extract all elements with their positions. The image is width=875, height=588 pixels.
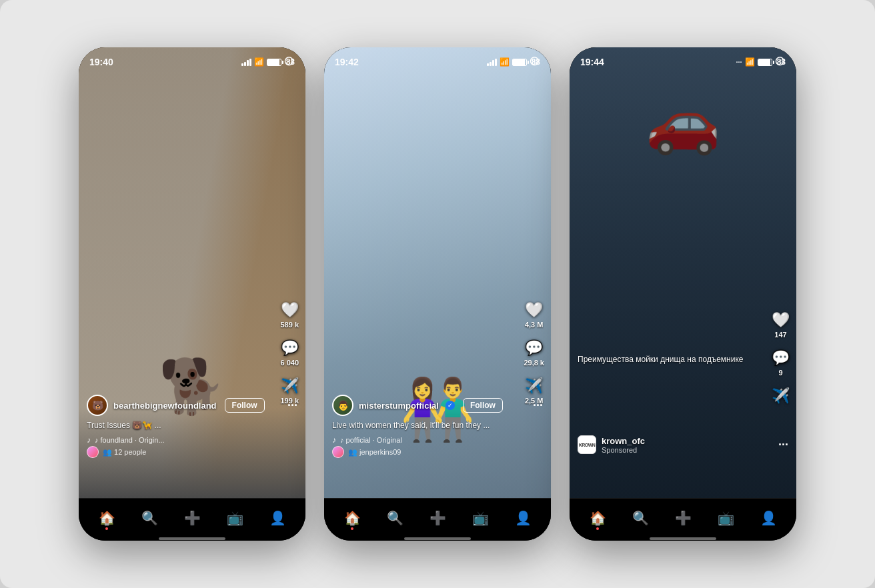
home-indicator-3 xyxy=(570,537,796,541)
share-icon-1: ✈️ xyxy=(281,377,299,395)
home-indicator-bar-2 xyxy=(404,537,471,540)
signal-bar xyxy=(495,59,497,66)
comment-count-2: 29,8 k xyxy=(524,359,544,367)
caption-1: Trust Issues 🐻🦮 ... xyxy=(87,420,297,431)
signal-bar xyxy=(492,60,494,66)
like-action-1[interactable]: 🤍 589 k xyxy=(280,301,299,329)
nav-home-3[interactable]: 🏠 xyxy=(590,510,606,526)
right-actions-2: 🤍 4,3 M 💬 29,8 k ✈️ 2,5 M xyxy=(524,301,544,405)
phone-screen-2: 19:42 📶 88 xyxy=(324,47,551,541)
status-bar-3: 19:44 ··· 📶 88 xyxy=(570,47,796,71)
audio-text-2[interactable]: ♪ pofficial · Original xyxy=(340,436,402,444)
nav-bar-1: 🏠 🔍 ➕ 📺 👤 xyxy=(79,498,305,537)
audio-text-1[interactable]: ♪ foundland · Origin... xyxy=(95,436,165,444)
heart-icon-3: 🤍 xyxy=(772,311,790,329)
audio-row-2: ♪ ♪ pofficial · Original xyxy=(332,435,543,445)
video-area-1[interactable]: 19:40 📶 88 xyxy=(79,47,305,498)
more-button-3[interactable]: ··· xyxy=(778,438,788,452)
home-indicator-bar-3 xyxy=(650,537,716,540)
nav-home-1[interactable]: 🏠 xyxy=(99,510,115,526)
nav-add-1[interactable]: ➕ xyxy=(184,510,201,526)
phone-frame-3: 19:44 ··· 📶 88 ⊙ Преимущества мойки днищ… xyxy=(570,47,796,541)
comment-action-1[interactable]: 💬 6 040 xyxy=(280,339,299,367)
video-area-3[interactable]: 19:44 ··· 📶 88 ⊙ Преимущества мойки днищ… xyxy=(570,47,796,498)
nav-search-3[interactable]: 🔍 xyxy=(632,510,649,526)
nav-search-1[interactable]: 🔍 xyxy=(141,510,158,526)
bottom-overlay-1: 🐻 bearthebignewfoundland Follow ··· Trus… xyxy=(79,395,305,458)
phone-screen-1: 19:40 📶 88 xyxy=(79,47,305,541)
status-time-1: 19:40 xyxy=(89,57,113,67)
avatar-2[interactable]: 👨 xyxy=(332,395,353,416)
like-count-3: 147 xyxy=(774,331,786,339)
nav-add-2[interactable]: ➕ xyxy=(429,510,446,526)
user-row-2: 👨 misterstumpofficial ✓ Follow ··· xyxy=(332,395,543,416)
nav-reels-3[interactable]: 📺 xyxy=(718,510,734,526)
camera-button-1[interactable]: ⊙ xyxy=(283,53,295,69)
bottom-overlay-2: 👨 misterstumpofficial ✓ Follow ··· Live … xyxy=(324,395,551,458)
nav-reels-1[interactable]: 📺 xyxy=(227,510,243,526)
nav-profile-2[interactable]: 👤 xyxy=(515,510,532,526)
verified-badge-2: ✓ xyxy=(446,401,455,410)
like-count-2: 4,3 M xyxy=(525,321,544,329)
nav-search-2[interactable]: 🔍 xyxy=(387,510,403,526)
caption-overlay-3: Преимущества мойки днища на подъемнике xyxy=(578,355,763,364)
status-time-3: 19:44 xyxy=(580,57,604,67)
username-1[interactable]: bearthebignewfoundland xyxy=(113,401,217,411)
nav-profile-1[interactable]: 👤 xyxy=(269,510,286,526)
signal-bars-2 xyxy=(487,58,497,66)
like-action-3[interactable]: 🤍 147 xyxy=(772,311,790,339)
comment-action-2[interactable]: 💬 29,8 k xyxy=(524,339,544,367)
collab-text-1: 👥 12 people xyxy=(103,448,146,457)
home-indicator-bar-1 xyxy=(159,537,225,540)
audio-note-icon-2: ♪ xyxy=(332,435,336,445)
username-2[interactable]: misterstumpofficial xyxy=(359,401,439,411)
audio-note-icon-1: ♪ xyxy=(87,435,91,445)
avatar-1[interactable]: 🐻 xyxy=(87,395,108,416)
nav-home-2[interactable]: 🏠 xyxy=(344,510,361,526)
krown-logo-3[interactable]: KROWN xyxy=(578,435,596,454)
video-area-2[interactable]: 19:42 📶 88 xyxy=(324,47,551,498)
nav-profile-3[interactable]: 👤 xyxy=(760,510,777,526)
username-3[interactable]: krown_ofc xyxy=(602,436,645,446)
share-action-3[interactable]: ✈️ xyxy=(772,387,790,405)
share-icon-2: ✈️ xyxy=(525,377,543,395)
sponsored-label-3: Sponsored xyxy=(602,446,645,454)
follow-button-1[interactable]: Follow xyxy=(225,398,265,413)
more-dots-3: ··· xyxy=(736,58,742,66)
comment-count-1: 6 040 xyxy=(280,359,299,367)
battery-icon-2 xyxy=(512,59,529,66)
nav-reels-2[interactable]: 📺 xyxy=(472,510,489,526)
signal-bar xyxy=(247,60,249,66)
signal-bar xyxy=(244,62,246,66)
video-bg-3 xyxy=(570,47,796,498)
comment-icon-1: 💬 xyxy=(281,339,299,357)
phone-frame-1: 19:40 📶 88 xyxy=(79,47,305,541)
more-button-2[interactable]: ··· xyxy=(533,399,543,413)
collab-avatar-2 xyxy=(332,446,344,458)
audio-row-1: ♪ ♪ foundland · Origin... xyxy=(87,435,297,445)
right-actions-3: 🤍 147 💬 9 ✈️ xyxy=(772,311,790,405)
like-action-2[interactable]: 🤍 4,3 M xyxy=(525,301,544,329)
signal-bar xyxy=(487,63,489,66)
like-count-1: 589 k xyxy=(280,321,299,329)
signal-bar xyxy=(241,63,243,66)
phone-frame-2: 19:42 📶 88 xyxy=(324,47,551,541)
collab-text-2: 👥 jenperkins09 xyxy=(348,448,401,457)
comment-action-3[interactable]: 💬 9 xyxy=(772,349,790,377)
camera-button-3[interactable]: ⊙ xyxy=(774,53,786,69)
follow-button-2[interactable]: Follow xyxy=(463,398,503,413)
comment-count-3: 9 xyxy=(778,369,782,377)
signal-bar xyxy=(249,59,251,66)
camera-button-2[interactable]: ⊙ xyxy=(529,53,540,69)
signal-bars-1 xyxy=(241,58,251,66)
desktop-frame: 19:40 📶 88 xyxy=(0,0,875,588)
battery-icon-3 xyxy=(758,59,774,66)
nav-add-3[interactable]: ➕ xyxy=(675,510,692,526)
collab-avatar-1 xyxy=(87,446,99,458)
comment-icon-2: 💬 xyxy=(525,339,543,357)
status-bar-1: 19:40 📶 88 xyxy=(79,47,305,71)
more-button-1[interactable]: ··· xyxy=(287,399,297,413)
wifi-icon-2: 📶 xyxy=(500,57,510,67)
wifi-icon-3: 📶 xyxy=(745,57,755,67)
wifi-icon-1: 📶 xyxy=(254,57,264,67)
